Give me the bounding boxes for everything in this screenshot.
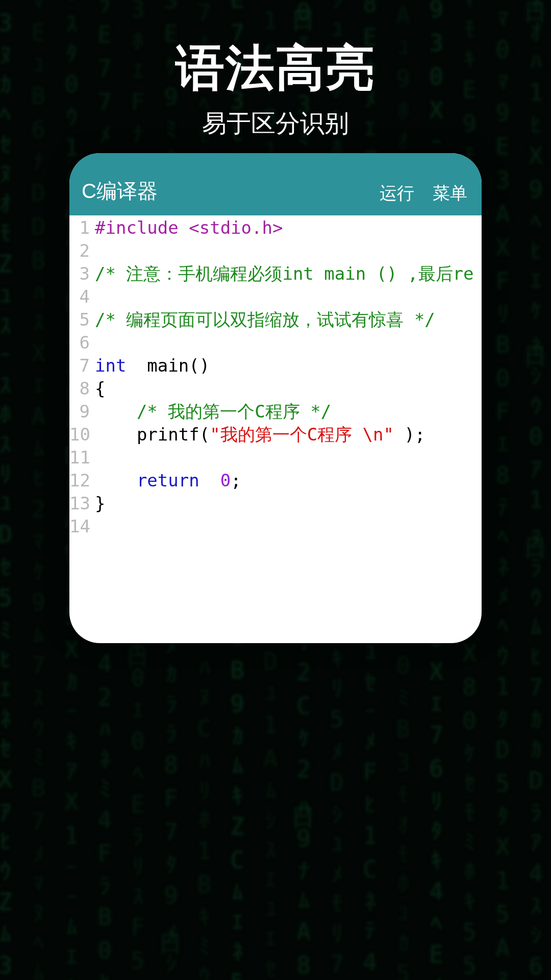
code-line[interactable]: 6 <box>69 331 482 354</box>
promo-title: 语法高亮 <box>0 36 551 102</box>
code-line[interactable]: 3/* 注意：手机编程必须int main () ,最后re <box>69 262 482 285</box>
promo-subtitle: 易于区分识别 <box>0 107 551 140</box>
code-line[interactable]: 10 printf("我的第一个C程序 \n" ); <box>69 423 482 446</box>
line-code[interactable] <box>95 515 482 538</box>
line-number: 8 <box>69 377 95 400</box>
code-line[interactable]: 2 <box>69 239 482 262</box>
line-code[interactable]: return 0; <box>95 469 482 492</box>
line-number: 5 <box>69 308 95 331</box>
header-actions: 运行 菜单 <box>380 182 467 205</box>
app-title: C编译器 <box>82 177 158 205</box>
phone-frame: C编译器 运行 菜单 1#include <stdio.h>2 3/* 注意：手… <box>69 153 482 643</box>
code-line[interactable]: 1#include <stdio.h> <box>69 216 482 239</box>
app-header: C编译器 运行 菜单 <box>69 153 482 215</box>
code-line[interactable]: 5/* 编程页面可以双指缩放，试试有惊喜 */ <box>69 308 482 331</box>
line-code[interactable]: } <box>95 492 482 515</box>
line-number: 13 <box>69 492 95 515</box>
code-line[interactable]: 13} <box>69 492 482 515</box>
line-code[interactable] <box>95 446 482 469</box>
line-number: 2 <box>69 239 95 262</box>
line-code[interactable]: #include <stdio.h> <box>95 216 482 239</box>
line-code[interactable] <box>95 285 482 308</box>
line-number: 1 <box>69 216 95 239</box>
line-code[interactable]: /* 我的第一个C程序 */ <box>95 400 482 423</box>
code-line[interactable]: 14 <box>69 515 482 538</box>
line-code[interactable]: /* 编程页面可以双指缩放，试试有惊喜 */ <box>95 308 482 331</box>
code-line[interactable]: 12 return 0; <box>69 469 482 492</box>
line-code[interactable]: int main() <box>95 354 482 377</box>
code-editor[interactable]: 1#include <stdio.h>2 3/* 注意：手机编程必须int ma… <box>69 215 482 538</box>
line-number: 12 <box>69 469 95 492</box>
code-line[interactable]: 8{ <box>69 377 482 400</box>
line-code[interactable] <box>95 239 482 262</box>
line-code[interactable]: printf("我的第一个C程序 \n" ); <box>95 423 482 446</box>
code-line[interactable]: 4 <box>69 285 482 308</box>
code-line[interactable]: 11 <box>69 446 482 469</box>
line-number: 14 <box>69 515 95 538</box>
promo-text: 语法高亮 易于区分识别 <box>0 0 551 140</box>
line-number: 9 <box>69 400 95 423</box>
line-code[interactable] <box>95 331 482 354</box>
line-number: 3 <box>69 262 95 285</box>
code-line[interactable]: 7int main() <box>69 354 482 377</box>
line-number: 10 <box>69 423 95 446</box>
line-number: 4 <box>69 285 95 308</box>
run-button[interactable]: 运行 <box>380 182 414 205</box>
code-line[interactable]: 9 /* 我的第一个C程序 */ <box>69 400 482 423</box>
line-code[interactable]: { <box>95 377 482 400</box>
line-number: 6 <box>69 331 95 354</box>
menu-button[interactable]: 菜单 <box>433 182 467 205</box>
line-code[interactable]: /* 注意：手机编程必须int main () ,最后re <box>95 262 482 285</box>
line-number: 7 <box>69 354 95 377</box>
line-number: 11 <box>69 446 95 469</box>
